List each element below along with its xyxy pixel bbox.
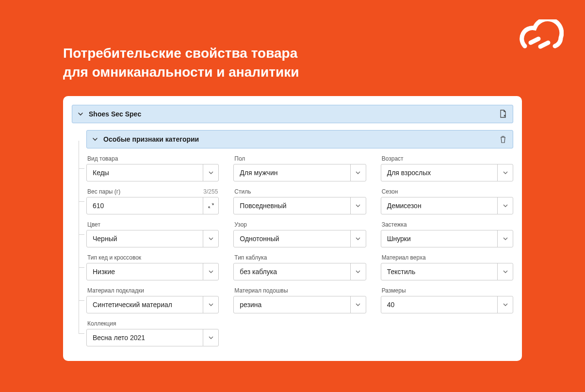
select-season[interactable]: Демисезон [381,197,513,214]
value: Шнурки [381,235,497,243]
field-upper-material: Материал верха Текстиль [381,254,513,280]
field-weight: Вес пары (г) 3/255 610 [86,188,219,214]
select-product-type[interactable]: Кеды [86,164,219,181]
svg-line-0 [531,39,538,43]
section-header[interactable]: Shoes Sec Spec [72,105,513,123]
chevron-down-icon[interactable] [350,296,366,313]
field-style: Стиль Повседневный [233,188,366,214]
trash-icon[interactable] [498,134,508,144]
field-heel-type: Тип каблука без каблука [233,254,366,280]
field-product-type: Вид товара Кеды [86,155,219,181]
label: Стиль [234,188,251,195]
value: Однотонный [234,235,350,243]
value: Кеды [87,169,203,177]
label: Застежка [382,221,407,228]
label: Материал подошвы [234,287,288,294]
label: Сезон [382,188,398,195]
select-lining-material[interactable]: Синтетический материал [86,296,219,313]
select-style[interactable]: Повседневный [233,197,366,214]
value: Повседневный [234,202,350,210]
field-collection: Коллекция Весна лето 2021 [86,320,219,346]
field-sizes: Размеры 40 [381,287,513,313]
field-sneaker-type: Тип кед и кроссовок Низкие [86,254,219,280]
field-fastener: Застежка Шнурки [381,221,513,247]
select-age[interactable]: Для взрослых [381,164,513,181]
value: Для мужчин [234,169,350,177]
chevron-down-icon[interactable] [203,230,218,247]
chevron-down-icon[interactable] [350,230,366,247]
value: Черный [87,235,203,243]
value: без каблука [234,268,350,276]
chevron-down-icon[interactable] [203,164,218,181]
sub-section-title: Особые признаки категории [103,135,199,143]
heading-line-1: Потребительские свойства товара [63,44,299,63]
select-pattern[interactable]: Однотонный [233,230,366,247]
label: Вид товара [87,155,118,162]
label: Материал верха [382,254,426,261]
chevron-down-icon[interactable] [350,197,366,214]
select-sole-material[interactable]: резина [233,296,366,313]
svg-line-1 [540,43,548,47]
chevron-down-icon[interactable] [350,263,366,280]
label: Пол [234,155,245,162]
value: Для взрослых [381,169,497,177]
field-color: Цвет Черный [86,221,219,247]
chevron-down-icon[interactable] [203,329,218,346]
value: Синтетический материал [87,301,203,309]
chevron-down-icon[interactable] [497,197,513,214]
select-color[interactable]: Черный [86,230,219,247]
value: 610 [87,202,203,210]
label: Цвет [87,221,100,228]
value: 40 [381,301,497,309]
char-counter: 3/255 [203,188,218,195]
label: Материал подкладки [87,287,144,294]
select-upper-material[interactable]: Текстиль [381,263,513,280]
select-sneaker-type[interactable]: Низкие [86,263,219,280]
field-sole-material: Материал подошвы резина [233,287,366,313]
chevron-down-icon[interactable] [497,164,513,181]
input-weight[interactable]: 610 [86,197,219,214]
select-gender[interactable]: Для мужчин [233,164,366,181]
select-sizes[interactable]: 40 [381,296,513,313]
fields-grid: Вид товара Кеды Пол Для мужчин Возраст Д… [86,155,513,346]
value: Текстиль [381,268,497,276]
label: Узор [234,221,247,228]
value: Низкие [87,268,203,276]
page-heading: Потребительские свойства товара для омни… [63,44,299,82]
cloud-logo [510,19,564,55]
label: Вес пары (г) [87,188,120,195]
value: Весна лето 2021 [87,334,203,342]
collapse-icon[interactable] [203,197,218,214]
heading-line-2: для омниканальности и аналитики [63,63,299,82]
sub-section-header[interactable]: Особые признаки категории [86,130,513,148]
chevron-down-icon[interactable] [497,230,513,247]
chevron-down-icon[interactable] [203,296,218,313]
section-title: Shoes Sec Spec [89,110,141,118]
field-age: Возраст Для взрослых [381,155,513,181]
form-card: Shoes Sec Spec Особые признаки категории… [63,96,522,361]
chevron-down-icon[interactable] [203,263,218,280]
field-gender: Пол Для мужчин [233,155,366,181]
export-icon[interactable] [498,109,508,119]
label: Размеры [382,287,406,294]
field-pattern: Узор Однотонный [233,221,366,247]
chevron-down-icon [77,111,84,117]
select-heel-type[interactable]: без каблука [233,263,366,280]
chevron-down-icon [92,136,98,143]
select-collection[interactable]: Весна лето 2021 [86,329,219,346]
field-season: Сезон Демисезон [381,188,513,214]
label: Коллекция [87,320,116,327]
chevron-down-icon[interactable] [350,164,366,181]
field-lining-material: Материал подкладки Синтетический материа… [86,287,219,313]
value: Демисезон [381,202,497,210]
chevron-down-icon[interactable] [497,296,513,313]
label: Возраст [382,155,404,162]
select-fastener[interactable]: Шнурки [381,230,513,247]
label: Тип кед и кроссовок [87,254,141,261]
value: резина [234,301,350,309]
chevron-down-icon[interactable] [497,263,513,280]
label: Тип каблука [234,254,267,261]
